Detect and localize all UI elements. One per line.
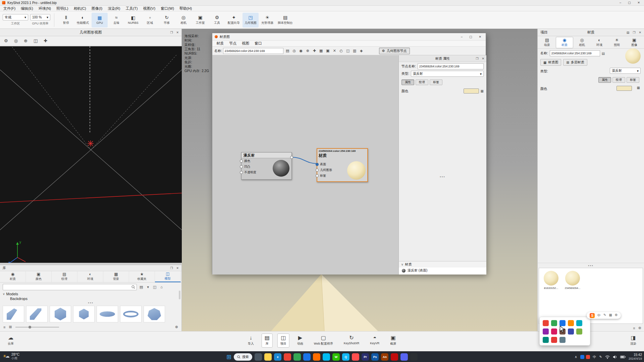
node-port[interactable]: 几何图形 bbox=[317, 168, 332, 172]
taskbar-app-icon[interactable] bbox=[293, 353, 301, 361]
menu-item[interactable]: 相机(C) bbox=[71, 6, 89, 11]
library-tab[interactable]: ▣ 颜色 bbox=[26, 271, 52, 282]
tree-row[interactable]: Backdrops bbox=[0, 296, 181, 301]
dock-item[interactable]: ▶ 动画 bbox=[294, 334, 306, 348]
material-tab[interactable]: 属性 bbox=[598, 77, 611, 83]
menu-item[interactable]: 窗口(W) bbox=[158, 6, 177, 11]
node-port[interactable]: 表面 bbox=[317, 163, 332, 166]
toolbox-app-icon[interactable] bbox=[559, 337, 566, 343]
output-port-circle[interactable] bbox=[290, 156, 293, 159]
node-name-field[interactable]: 234569264:color:254:230:169 bbox=[418, 63, 484, 69]
taskbar-app-icon[interactable] bbox=[352, 353, 359, 361]
node-name-field[interactable]: 234569264:color:254:230:169 bbox=[223, 48, 283, 54]
battery-icon[interactable] bbox=[620, 355, 626, 359]
node-canvas[interactable]: 漫反射 颜色 凹凸 bbox=[212, 55, 398, 275]
taskbar-app-icon[interactable] bbox=[313, 353, 320, 361]
toolbox-app-icon[interactable] bbox=[576, 328, 582, 335]
weather-widget[interactable]: ☀ ☁ 28°C 小雨 bbox=[3, 352, 19, 360]
tray-app-icon[interactable] bbox=[580, 355, 584, 359]
splitter-dots[interactable]: ••• bbox=[399, 175, 486, 180]
tray-app-icon[interactable] bbox=[586, 355, 590, 359]
material-graph-button[interactable]: ▦ 材质图 bbox=[540, 59, 561, 66]
tree-scrollbar[interactable] bbox=[179, 291, 180, 299]
start-button[interactable]: ⊞ bbox=[226, 353, 231, 361]
geometry-node-toggle[interactable]: ⚙ 几何图形节点 bbox=[379, 48, 410, 54]
close-button[interactable]: ✕ bbox=[637, 1, 640, 4]
taskbar-app-icon[interactable]: Q bbox=[342, 353, 350, 361]
ribbon-button[interactable]: ✦ 配置向导 bbox=[226, 13, 242, 27]
close-icon[interactable]: ✕ bbox=[482, 57, 484, 60]
material-type-dropdown[interactable]: 漫反射 ▾ bbox=[610, 68, 641, 74]
ribbon-button[interactable]: ▫ 区域 bbox=[142, 13, 158, 27]
toolbox-app-icon[interactable] bbox=[543, 320, 549, 326]
list-view-icon[interactable]: ≡ bbox=[3, 325, 5, 329]
material-graph-titlebar[interactable]: 材质图 – ▢ ✕ bbox=[212, 33, 486, 41]
taskbar-app-icon[interactable]: e bbox=[274, 353, 281, 361]
slider-handle[interactable] bbox=[29, 326, 31, 328]
save-material-icon[interactable]: ▤ bbox=[602, 52, 605, 55]
port-circle[interactable] bbox=[316, 163, 319, 166]
menu-item[interactable]: 环境(N) bbox=[36, 6, 54, 11]
toolbox-app-icon[interactable] bbox=[568, 320, 574, 326]
menu-item[interactable]: 帮助(H) bbox=[177, 6, 195, 11]
library-tool-icon[interactable]: ▤ bbox=[140, 285, 143, 289]
splitter-dots[interactable]: ••• bbox=[538, 263, 644, 267]
taskbar-app-icon[interactable] bbox=[400, 353, 408, 361]
toolbox-app-icon[interactable] bbox=[543, 328, 549, 335]
sogou-logo-icon[interactable]: S bbox=[590, 313, 595, 318]
render-button[interactable]: ◨ 渲染 bbox=[627, 334, 639, 348]
menu-item[interactable]: 图像(I) bbox=[89, 6, 105, 11]
ribbon-button[interactable]: ☀ 光管理器 bbox=[259, 13, 275, 27]
menu-item[interactable]: 材质 bbox=[214, 41, 226, 46]
geometry-tool-icon[interactable]: ◫ bbox=[34, 38, 38, 43]
node-port[interactable]: 不透明度 bbox=[241, 171, 256, 174]
material-tab[interactable]: 纹理 bbox=[612, 77, 625, 83]
menu-item[interactable]: 窗口 bbox=[252, 41, 265, 46]
model-thumbnail[interactable] bbox=[3, 306, 24, 322]
menu-item[interactable]: 视图 bbox=[239, 41, 252, 46]
geometry-tool-icon[interactable]: ◎ bbox=[14, 38, 18, 43]
library-tab[interactable]: ★ 收藏夹 bbox=[129, 271, 155, 282]
dock-item[interactable]: ▣ 截屏 bbox=[387, 334, 399, 348]
pen-icon[interactable]: ✎ bbox=[599, 355, 602, 359]
taskbar-search[interactable]: 搜索 bbox=[234, 353, 252, 361]
material-name-field[interactable]: 234569264:color:254:230:169 bbox=[550, 50, 600, 56]
graph-tool-icon[interactable]: ◎ bbox=[291, 48, 298, 54]
maximize-button[interactable]: ▢ bbox=[628, 1, 631, 4]
library-tool-icon[interactable]: ⌂ bbox=[160, 285, 163, 289]
input-bar-icon[interactable]: 中 bbox=[597, 313, 601, 318]
port-circle[interactable] bbox=[316, 174, 319, 177]
close-icon[interactable]: ✕ bbox=[176, 266, 179, 270]
menu-item[interactable]: 编辑(E) bbox=[18, 6, 36, 11]
graph-tool-icon[interactable]: ▦ bbox=[318, 48, 324, 54]
material-list-section[interactable]: ∨ 材质 bbox=[399, 261, 486, 267]
type-dropdown[interactable]: 漫反射 ▾ bbox=[411, 71, 484, 77]
close-icon[interactable]: ✕ bbox=[176, 31, 179, 34]
geometry-tool-icon[interactable]: ✚ bbox=[44, 38, 47, 43]
float-panel-icon[interactable]: ❐ bbox=[633, 31, 635, 34]
toolbox-app-icon[interactable] bbox=[559, 320, 566, 326]
dock-item[interactable]: ◫ 项目 bbox=[277, 334, 289, 348]
graph-tool-icon[interactable]: ✕ bbox=[331, 48, 338, 54]
dock-item[interactable]: ◓ KeyVR bbox=[367, 334, 382, 347]
ribbon-button[interactable]: ▦ GPU bbox=[92, 13, 108, 27]
material-list-item[interactable]: 漫反射 (表面) bbox=[399, 267, 486, 275]
float-panel-icon[interactable]: ❐ bbox=[476, 57, 478, 60]
list-view-icon[interactable]: ≡ bbox=[633, 326, 635, 330]
model-thumbnail[interactable] bbox=[97, 306, 118, 322]
graph-tool-icon[interactable]: ⊕ bbox=[305, 48, 311, 54]
thumbnail-size-slider[interactable] bbox=[15, 327, 59, 327]
toolbox-app-icon[interactable] bbox=[543, 337, 549, 343]
ribbon-button[interactable]: ◧ NURBS bbox=[125, 13, 141, 27]
taskbar-app-icon[interactable] bbox=[264, 353, 272, 361]
color-swatch[interactable] bbox=[616, 86, 632, 91]
library-search-input[interactable] bbox=[3, 284, 137, 290]
library-tool-icon[interactable]: ▾ bbox=[147, 285, 149, 289]
node-port[interactable]: 凹凸 bbox=[241, 165, 256, 168]
ribbon-button[interactable]: Ⅱ 暂停 bbox=[58, 13, 74, 27]
toolbox-app-icon[interactable] bbox=[551, 337, 557, 343]
ribbon-button[interactable]: ◳ 几何视图 bbox=[243, 13, 259, 27]
project-nav-item[interactable]: ▣ 图像 bbox=[626, 37, 643, 48]
input-bar-icon[interactable]: ⚙ bbox=[615, 313, 618, 318]
library-tab[interactable]: ▦ 背景 bbox=[103, 271, 129, 282]
